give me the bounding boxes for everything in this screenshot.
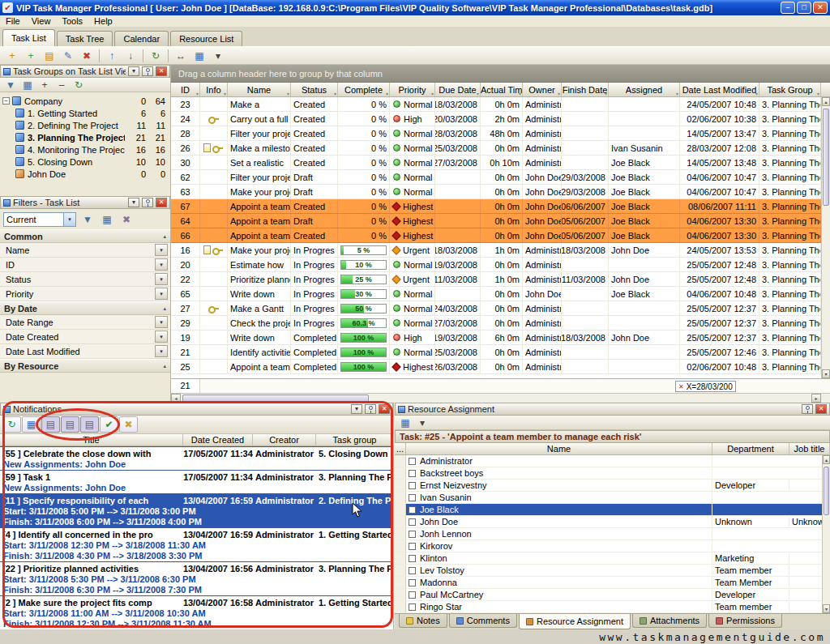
- move-up-button[interactable]: ↑: [103, 48, 121, 63]
- new-subtask-button[interactable]: +: [22, 48, 40, 63]
- dropdown-icon[interactable]: ▾: [155, 288, 168, 300]
- column-header-department[interactable]: Department: [712, 443, 789, 454]
- minimize-window-button[interactable]: –: [781, 2, 795, 14]
- filter-priority[interactable]: Priority▾: [0, 287, 170, 301]
- menu-help[interactable]: Help: [88, 16, 118, 26]
- task-row-65[interactable]: 65Write downIn Progres30 %Normal0h 0mJoh…: [171, 287, 830, 301]
- move-down-button[interactable]: ↓: [122, 48, 139, 63]
- checkbox[interactable]: [409, 482, 416, 489]
- edit-task-button[interactable]: ✎: [59, 48, 77, 63]
- reset-filter-button[interactable]: ✖: [118, 211, 135, 227]
- tab-task-list[interactable]: Task List: [2, 29, 55, 46]
- close-panel-icon[interactable]: ✕: [379, 404, 390, 414]
- column-header-due-date[interactable]: Due Date▾: [435, 83, 481, 96]
- filter-status[interactable]: Status▾: [0, 272, 170, 287]
- checkbox[interactable]: [409, 494, 416, 501]
- task-row-62[interactable]: 62Filter your projectDraft0 %Normal0h 0m…: [171, 170, 830, 185]
- resource-row-ernst-neizvestny[interactable]: Ernst NeizvestnyDeveloper: [395, 480, 830, 492]
- task-row-66[interactable]: 66Appoint a teamCreated0 %Highest0h 0mJo…: [171, 228, 830, 243]
- task-row-64[interactable]: 64Appoint a teamDraft0 %Highest0h 0mJohn…: [171, 214, 830, 228]
- assign-resources-button[interactable]: ▦: [397, 416, 413, 429]
- checkbox[interactable]: [409, 591, 416, 599]
- column-filter-icon[interactable]: ▾: [477, 91, 479, 96]
- task-row-20[interactable]: 20Estimate howIn Progres10 %Normal19/03/…: [171, 258, 830, 272]
- scroll-down-icon[interactable]: ▾: [822, 369, 830, 378]
- task-row-30[interactable]: 30Set a realisticCreated0 %Normal27/03/2…: [171, 156, 830, 170]
- task-row-25[interactable]: 25Appoint a teamCompleted100 %Highest26/…: [171, 360, 830, 374]
- more-options-button[interactable]: ▾: [209, 48, 227, 63]
- group-by-bar[interactable]: Drag a column header here to group by th…: [171, 65, 830, 83]
- dropdown-icon[interactable]: ▾: [155, 258, 168, 271]
- scroll-down-icon[interactable]: ▾: [823, 604, 830, 613]
- close-window-button[interactable]: ✕: [813, 2, 828, 14]
- column-filter-icon[interactable]: ▾: [755, 91, 758, 96]
- resource-row-john-doe[interactable]: John DoeUnknownUnknown: [395, 516, 830, 528]
- notification-row[interactable]: [11 ] Specify responsibility of each13/0…: [0, 493, 393, 506]
- checkbox[interactable]: [409, 543, 416, 550]
- notification-row[interactable]: [4 ] Identify all concerned in the pro13…: [0, 527, 393, 540]
- column-header-priority[interactable]: Priority▾: [390, 83, 435, 96]
- decline-notification-button[interactable]: ✖: [119, 416, 138, 433]
- task-row-23[interactable]: 23Make aCreated0 %Normal18/03/20080h 0mA…: [171, 97, 830, 112]
- scroll-left-icon[interactable]: ◂: [171, 394, 181, 403]
- refresh-notifications-button[interactable]: ↻: [2, 416, 21, 433]
- horizontal-scrollbar[interactable]: ◂ ▸: [171, 393, 830, 403]
- column-header-task-group[interactable]: Task group: [316, 434, 394, 446]
- tree-item-company[interactable]: −Company064: [0, 95, 170, 107]
- refresh-tree-button[interactable]: ↻: [71, 79, 87, 92]
- open-task-button[interactable]: ▦: [22, 416, 41, 433]
- new-task-button[interactable]: +: [3, 48, 21, 63]
- task-row-16[interactable]: 16Make your projectIn Progres5 %Urgent18…: [171, 243, 830, 258]
- show-declined-button[interactable]: ▤: [80, 416, 99, 433]
- column-header-task-group[interactable]: Task Group▾: [759, 83, 821, 96]
- filter-id[interactable]: ID▾: [0, 258, 170, 272]
- save-filter-button[interactable]: ▦: [98, 211, 116, 227]
- resource-scrollbar[interactable]: ▴ ▾: [822, 455, 830, 613]
- apply-filter-button[interactable]: ▼: [79, 211, 96, 227]
- resource-row-paul-mccartney[interactable]: Paul McCartneyDeveloper: [395, 589, 830, 601]
- customize-grid-button[interactable]: ▦: [190, 48, 208, 63]
- titlebar[interactable]: ✔ VIP Task Manager Professional [ User: …: [0, 0, 830, 15]
- checkbox[interactable]: [409, 470, 416, 477]
- resource-row-jonh-lennon[interactable]: Jonh Lennon: [395, 528, 830, 540]
- accept-notification-button[interactable]: ✔: [100, 416, 118, 433]
- scrollbar-thumb[interactable]: [824, 467, 829, 515]
- menu-tools[interactable]: Tools: [56, 16, 88, 26]
- column-filter-icon[interactable]: ▾: [334, 91, 336, 96]
- task-row-28[interactable]: 28Filter your projectCreated0 %Normal28/…: [171, 126, 830, 141]
- tab-permissions[interactable]: Permissions: [708, 614, 782, 628]
- checkbox[interactable]: [409, 555, 416, 562]
- dropdown-icon[interactable]: ▾: [155, 345, 168, 357]
- tab-resource-list[interactable]: Resource List: [170, 31, 242, 46]
- column-header-title[interactable]: Title: [0, 434, 183, 446]
- maximize-window-button[interactable]: □: [797, 2, 811, 14]
- minimize-panel-icon[interactable]: ▾: [128, 66, 139, 76]
- menu-file[interactable]: File: [0, 16, 26, 26]
- task-row-29[interactable]: 29Check the projectIn Progres60.3 %Norma…: [171, 316, 830, 331]
- row-indicator-header[interactable]: ...: [395, 443, 406, 454]
- resource-row-kirkorov[interactable]: Kirkorov: [395, 540, 830, 552]
- resource-row-ivan-susanin[interactable]: Ivan Susanin: [395, 492, 830, 504]
- scrollbar-thumb[interactable]: [182, 395, 369, 403]
- column-filter-icon[interactable]: ▾: [196, 91, 199, 96]
- close-panel-icon[interactable]: ✕: [815, 404, 827, 414]
- dropdown-icon[interactable]: ▾: [155, 244, 168, 256]
- fit-columns-button[interactable]: ↔: [172, 48, 190, 63]
- filter-section-by-date[interactable]: By Date▴: [0, 301, 170, 315]
- tree-columns-button[interactable]: ▦: [19, 79, 36, 92]
- filter-section-common[interactable]: Common▴: [0, 229, 170, 243]
- clear-filter-icon[interactable]: ✕: [678, 383, 684, 390]
- column-filter-icon[interactable]: ▾: [817, 91, 819, 96]
- resource-row-klinton[interactable]: KlintonMarketing: [395, 552, 830, 565]
- tab-task-tree[interactable]: Task Tree: [57, 31, 113, 46]
- column-filter-icon[interactable]: ▾: [676, 91, 678, 96]
- column-header-date-last-modified[interactable]: Date Last Modified▾: [680, 83, 759, 96]
- notification-row[interactable]: [59 ] Task 117/05/2007 11:34Administrato…: [0, 470, 393, 483]
- close-panel-icon[interactable]: ✕: [156, 66, 167, 76]
- filter-date-range[interactable]: Date Range▾: [0, 315, 170, 330]
- column-header-info[interactable]: Info▾: [200, 83, 228, 96]
- task-row-22[interactable]: 22Prioritize plannedIn Progres25 %Urgent…: [171, 272, 830, 287]
- column-header-job-title[interactable]: Job title: [789, 443, 830, 454]
- show-accepted-button[interactable]: ▤: [61, 416, 79, 433]
- column-header-id[interactable]: ID▾: [171, 83, 200, 96]
